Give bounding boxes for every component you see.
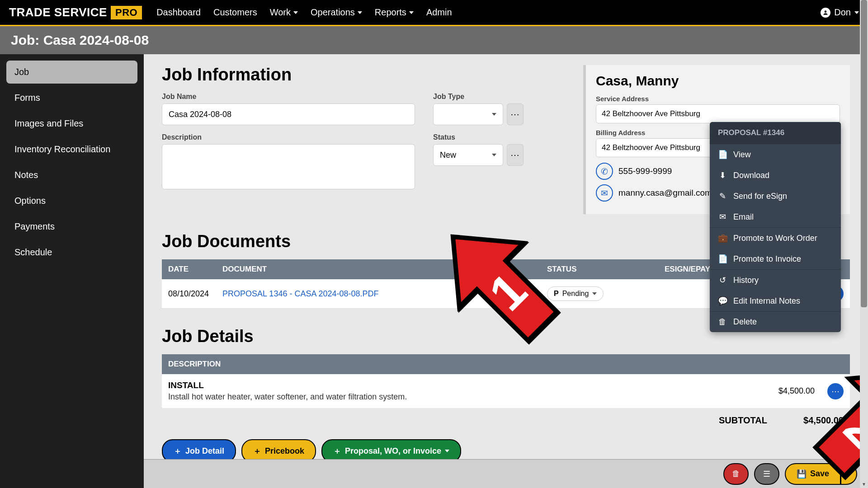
sidebar-item-payments[interactable]: Payments: [6, 215, 137, 238]
document-context-menu: PROPOSAL #1346 📄View ⬇Download ✎Send for…: [710, 122, 841, 332]
col-date: DATE: [162, 259, 216, 279]
top-nav: TRADE SERVICE PRO Dashboard Customers Wo…: [0, 0, 868, 26]
plus-icon: ＋: [333, 446, 341, 456]
menu-history[interactable]: ↺History: [710, 270, 841, 291]
description-label: Description: [162, 133, 415, 141]
subtotal-amount: $4,500.00: [803, 415, 844, 426]
scrollbar[interactable]: ▼: [860, 0, 868, 488]
list-button[interactable]: ☰: [754, 463, 779, 485]
job-type-label: Job Type: [433, 93, 524, 101]
scrollbar-thumb[interactable]: [861, 0, 867, 307]
detail-amount: $4,500.00: [731, 374, 821, 408]
sidebar-item-inventory[interactable]: Inventory Reconciliation: [6, 138, 137, 161]
nav-work[interactable]: Work: [270, 7, 298, 18]
job-type-select[interactable]: [433, 103, 503, 125]
caret-down-icon: [854, 11, 859, 14]
svg-point-0: [825, 10, 827, 13]
menu-download[interactable]: ⬇Download: [710, 165, 841, 186]
col-description: DESCRIPTION: [162, 354, 731, 374]
col-document: DOCUMENT: [216, 259, 541, 279]
job-name-label: Job Name: [162, 93, 415, 101]
history-icon: ↺: [718, 275, 727, 285]
sign-icon: ✎: [718, 191, 727, 201]
phone-icon: ✆: [596, 163, 613, 180]
sidebar-item-notes[interactable]: Notes: [6, 164, 137, 187]
user-name: Don: [834, 7, 851, 18]
scroll-down-icon[interactable]: ▼: [860, 480, 868, 488]
phone-number: 555-999-9999: [618, 166, 672, 176]
email-icon: ✉: [718, 212, 727, 222]
menu-edit-notes[interactable]: 💬Edit Internal Notes: [710, 291, 841, 311]
save-icon: 💾: [797, 469, 807, 479]
document-link[interactable]: PROPOSAL 1346 - CASA 2024-08-08.PDF: [222, 289, 379, 298]
detail-row: INSTALL Install hot water heater, water …: [162, 374, 850, 408]
chevron-down-icon: [847, 473, 851, 475]
caret-down-icon: [409, 11, 414, 14]
status-select[interactable]: New: [433, 144, 503, 166]
content: Job Information Job Name Job Type ⋯ Desc…: [144, 54, 868, 488]
detail-title: INSTALL: [168, 380, 724, 390]
plus-icon: ＋: [174, 446, 182, 456]
caret-down-icon: [358, 11, 362, 14]
status-label: Status: [433, 133, 524, 141]
sidebar-item-options[interactable]: Options: [6, 189, 137, 212]
dropdown-title: PROPOSAL #1346: [710, 122, 841, 144]
menu-delete[interactable]: 🗑Delete: [710, 312, 841, 332]
file-icon: 📄: [718, 150, 727, 160]
job-type-more-button[interactable]: ⋯: [507, 103, 524, 125]
doc-date: 08/10/2024: [162, 279, 216, 309]
chevron-down-icon: [492, 154, 496, 156]
nav-dashboard[interactable]: Dashboard: [156, 7, 201, 18]
comment-icon: 💬: [718, 296, 727, 306]
user-icon: [821, 8, 830, 18]
sidebar-item-forms[interactable]: Forms: [6, 86, 137, 109]
email-address: manny.casa@gmail.com: [618, 188, 712, 198]
trash-icon: 🗑: [732, 469, 740, 479]
status-more-button[interactable]: ⋯: [507, 144, 524, 166]
logo-text: TRADE SERVICE: [9, 5, 107, 19]
nav-items: Dashboard Customers Work Operations Repo…: [156, 7, 821, 18]
service-address-input[interactable]: [596, 104, 840, 123]
logo-pro: PRO: [111, 6, 142, 19]
subtotal-row: SUBTOTAL $4,500.00: [162, 408, 850, 433]
details-table: DESCRIPTION INSTALL Install hot water he…: [162, 354, 850, 408]
chevron-down-icon: [592, 292, 597, 295]
user-menu[interactable]: Don: [821, 7, 859, 18]
download-icon: ⬇: [718, 170, 727, 180]
save-dropdown-button[interactable]: [841, 463, 857, 485]
detail-actions-button[interactable]: ⋯: [827, 383, 844, 399]
list-icon: ☰: [763, 469, 770, 479]
subtotal-label: SUBTOTAL: [719, 415, 767, 426]
menu-view[interactable]: 📄View: [710, 144, 841, 165]
sidebar-item-job[interactable]: Job: [6, 61, 137, 84]
delete-button[interactable]: 🗑: [723, 463, 749, 485]
sidebar-item-images[interactable]: Images and Files: [6, 112, 137, 135]
page-title: Job: Casa 2024-08-08: [0, 26, 868, 54]
menu-promote-invoice[interactable]: 📄Promote to Invoice: [710, 249, 841, 269]
chevron-down-icon: [445, 450, 449, 452]
briefcase-icon: 💼: [718, 233, 727, 243]
customer-name: Casa, Manny: [596, 73, 840, 89]
description-input[interactable]: [162, 144, 415, 189]
job-name-input[interactable]: [162, 103, 415, 125]
nav-admin[interactable]: Admin: [426, 7, 452, 18]
sidebar-item-schedule[interactable]: Schedule: [6, 241, 137, 264]
status-pill[interactable]: PPending: [547, 286, 604, 301]
chevron-down-icon: [492, 113, 496, 116]
menu-promote-wo[interactable]: 💼Promote to Work Order: [710, 228, 841, 249]
nav-reports[interactable]: Reports: [375, 7, 414, 18]
menu-email[interactable]: ✉Email: [710, 206, 841, 227]
file-icon: 📄: [718, 254, 727, 264]
menu-esign[interactable]: ✎Send for eSign: [710, 186, 841, 206]
caret-down-icon: [293, 11, 298, 14]
logo: TRADE SERVICE PRO: [9, 5, 142, 19]
plus-icon: ＋: [253, 446, 261, 456]
save-button[interactable]: 💾Save: [785, 463, 841, 485]
sidebar: Job Forms Images and Files Inventory Rec…: [0, 54, 144, 488]
detail-desc: Install hot water heater, water softener…: [168, 392, 724, 402]
col-status: STATUS: [541, 259, 658, 279]
nav-customers[interactable]: Customers: [213, 7, 257, 18]
service-address-label: Service Address: [596, 95, 840, 103]
trash-icon: 🗑: [718, 317, 727, 327]
nav-operations[interactable]: Operations: [311, 7, 362, 18]
